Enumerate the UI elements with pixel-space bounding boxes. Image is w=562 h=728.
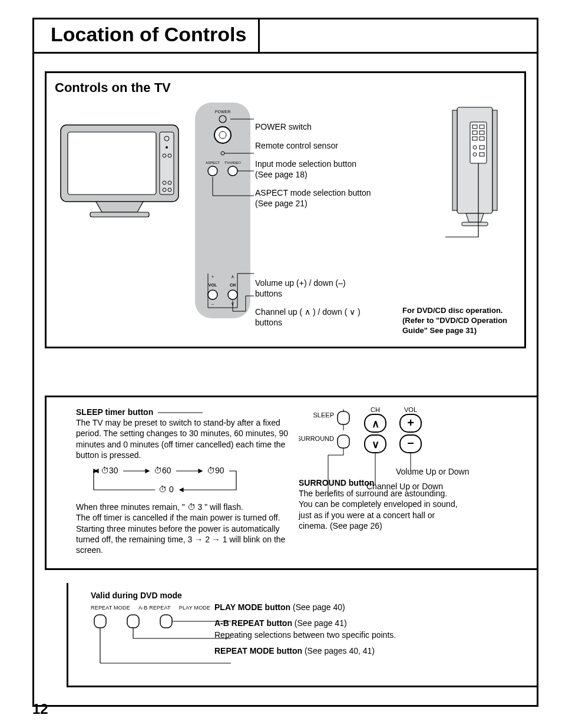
remote-functions-panel: SLEEP timer button The TV may be preset …	[45, 396, 537, 570]
panel-power-label: POWER	[215, 110, 230, 114]
page-title: Location of Controls	[51, 23, 246, 46]
sleep-heading: SLEEP timer button	[76, 407, 153, 417]
svg-point-14	[214, 127, 231, 143]
label-remote-sensor: Remote control sensor	[255, 141, 373, 151]
label-aspect-mode: ASPECT mode selection button (See page 2…	[255, 188, 373, 209]
sleep-timer-diagram: ⏱30 ⏱60 ⏱90 ⏱ 0	[76, 464, 294, 499]
label-power-switch: POWER switch	[255, 122, 373, 133]
dvd-buttons-diagram	[91, 612, 232, 671]
ab-repeat-desc: A-B REPEAT button (See page 41)Repeating…	[214, 618, 531, 641]
svg-rect-89	[127, 615, 139, 628]
remote-buttons-diagram: SLEEP SURROUND CH ∧ ∨ VOL	[299, 407, 526, 477]
svg-rect-53	[462, 222, 488, 226]
svg-rect-90	[160, 615, 172, 628]
controls-on-tv-panel: Controls on the TV	[45, 71, 526, 348]
svg-rect-88	[94, 615, 106, 628]
svg-text:ASPECT: ASPECT	[206, 161, 220, 164]
repeat-mode-desc: REPEAT MODE button (See pages 40, 41)	[214, 645, 531, 657]
svg-rect-1	[68, 132, 156, 195]
svg-text:Volume Up or Down: Volume Up or Down	[396, 467, 470, 476]
sleep-desc-2: When three minutes remain, " ⏱ 3 " will …	[76, 502, 294, 512]
label-input-mode: Input mode selection button (See page 18…	[255, 159, 373, 180]
svg-text:∧: ∧	[372, 418, 379, 430]
svg-rect-11	[90, 212, 149, 217]
svg-text:CH: CH	[371, 407, 380, 413]
label-repeat-mode: REPEAT MODE	[91, 604, 130, 612]
svg-rect-41	[492, 110, 497, 210]
dvd-mode-panel: Valid during DVD mode REPEAT MODE A-B RE…	[67, 583, 537, 687]
label-channel-buttons: Channel up ( ∧ ) / down ( ∨ ) buttons	[255, 307, 373, 328]
svg-text:SLEEP: SLEEP	[313, 411, 334, 419]
svg-text:VOL: VOL	[404, 407, 417, 413]
svg-point-22	[228, 166, 237, 176]
label-volume-buttons: Volume up (+) / down (–) buttons	[255, 278, 373, 299]
tv-side-illustration	[416, 101, 522, 255]
svg-rect-65	[338, 435, 349, 448]
svg-point-4	[166, 146, 168, 149]
dvd-mode-heading: Valid during DVD mode	[91, 590, 531, 602]
svg-text:∧: ∧	[231, 274, 234, 279]
svg-text:SURROUND: SURROUND	[299, 435, 334, 442]
sleep-desc-3: The off timer is cancelled if the main p…	[76, 512, 294, 523]
svg-rect-40	[452, 110, 457, 210]
svg-text:∨: ∨	[372, 439, 379, 450]
svg-text:CH: CH	[230, 283, 236, 287]
svg-text:⏱60: ⏱60	[154, 466, 171, 475]
tv-control-panel-closeup: POWER ASPECT TV/VIDEO +	[190, 101, 255, 336]
svg-text:–: –	[407, 436, 414, 449]
play-mode-desc: PLAY MODE button (See page 40)	[214, 602, 531, 614]
svg-text:Channel Up or Down: Channel Up or Down	[366, 482, 443, 491]
label-ab-repeat: A-B REPEAT	[138, 604, 171, 612]
svg-text:+: +	[407, 416, 414, 429]
svg-text:–: –	[211, 301, 214, 307]
svg-text:VOL: VOL	[209, 283, 217, 287]
svg-text:TV/VIDEO: TV/VIDEO	[224, 161, 241, 164]
svg-text:+: +	[211, 274, 214, 279]
dvd-cd-note: For DVD/CD disc operation. (Refer to "DV…	[402, 306, 516, 336]
svg-text:⏱90: ⏱90	[207, 466, 224, 475]
svg-text:⏱ 0: ⏱ 0	[158, 485, 174, 494]
page-number: 12	[32, 701, 48, 717]
svg-point-31	[228, 290, 237, 299]
svg-rect-2	[160, 132, 174, 195]
svg-point-30	[208, 290, 217, 299]
svg-rect-63	[338, 411, 349, 424]
sleep-desc-1: The TV may be preset to switch to stand-…	[76, 417, 294, 460]
svg-point-21	[208, 166, 217, 176]
label-play-mode: PLAY MODE	[179, 604, 210, 612]
tv-front-illustration	[55, 101, 190, 336]
sleep-desc-4: Starting three minutes before the power …	[76, 523, 294, 556]
controls-on-tv-heading: Controls on the TV	[55, 80, 516, 95]
svg-text:⏱30: ⏱30	[101, 466, 118, 475]
